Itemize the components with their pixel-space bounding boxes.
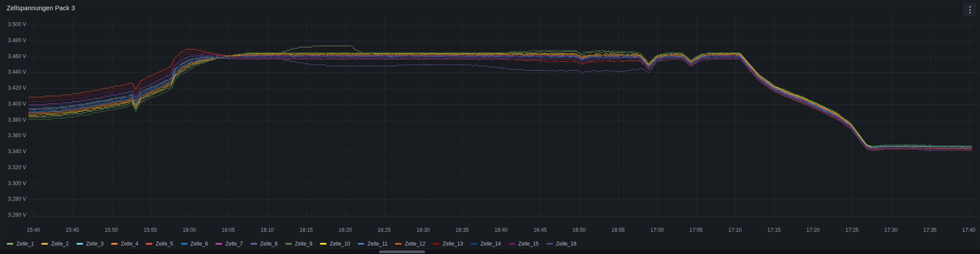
x-axis-label: 17:05 <box>682 226 710 234</box>
x-axis-label: 15:40 <box>19 226 48 234</box>
legend-color-swatch <box>215 243 222 245</box>
x-axis-label: 17:15 <box>760 226 788 234</box>
x-axis-label: 16:25 <box>370 226 398 234</box>
legend-label: Zelle_7 <box>225 241 243 247</box>
x-axis-label: 16:30 <box>409 226 438 234</box>
legend-label: Zelle_10 <box>330 241 350 247</box>
legend-label: Zelle_9 <box>295 241 312 247</box>
legend-color-swatch <box>470 243 477 245</box>
legend-item-zelle_9[interactable]: Zelle_9 <box>285 241 312 247</box>
y-axis-label: 3.400 V <box>3 100 26 107</box>
y-axis-label: 3.440 V <box>3 68 26 75</box>
grafana-dashboard-page: { "panel": { "title": "Zellspannungen Pa… <box>0 0 980 254</box>
legend-color-swatch <box>146 243 152 245</box>
legend-label: Zelle_13 <box>442 241 463 247</box>
legend-item-zelle_4[interactable]: Zelle_4 <box>111 241 138 247</box>
x-axis-label: 16:45 <box>526 226 554 234</box>
panel-menu-button[interactable] <box>963 3 976 16</box>
legend-item-zelle_13[interactable]: Zelle_13 <box>433 241 463 247</box>
legend-color-swatch <box>285 243 292 245</box>
y-axis-label: 3.360 V <box>3 132 26 139</box>
y-axis-label: 3.460 V <box>3 53 26 60</box>
y-axis-label: 3.420 V <box>3 84 26 91</box>
legend-label: Zelle_12 <box>405 241 425 247</box>
x-axis-label: 16:15 <box>292 226 320 234</box>
legend-item-zelle_16[interactable]: Zelle_16 <box>546 241 577 247</box>
legend-label: Zelle_11 <box>367 241 387 247</box>
legend-color-swatch <box>395 243 402 245</box>
legend-color-swatch <box>433 243 439 245</box>
legend-color-swatch <box>509 243 515 245</box>
y-axis-label: 3.260 V <box>3 211 26 218</box>
legend-item-zelle_11[interactable]: Zelle_11 <box>358 241 387 247</box>
legend-color-swatch <box>358 243 364 245</box>
panel-title[interactable]: Zellspannungen Pack 3 <box>7 4 75 12</box>
legend-item-zelle_1[interactable]: Zelle_1 <box>7 241 34 247</box>
legend-color-swatch <box>181 243 187 245</box>
legend-color-swatch <box>320 243 327 245</box>
y-axis-label: 3.280 V <box>3 195 26 202</box>
x-axis-label: 16:50 <box>565 226 594 234</box>
y-axis-label: 3.480 V <box>3 37 26 44</box>
legend-color-swatch <box>251 243 257 245</box>
y-axis-label: 3.340 V <box>3 148 26 155</box>
horizontal-scrollbar-thumb[interactable] <box>379 250 425 253</box>
legend-label: Zelle_16 <box>556 241 577 247</box>
kebab-menu-icon <box>969 12 971 13</box>
legend-color-swatch <box>76 243 83 245</box>
legend-label: Zelle_5 <box>155 241 173 247</box>
legend-color-swatch <box>41 243 48 245</box>
legend-item-zelle_14[interactable]: Zelle_14 <box>470 241 501 247</box>
x-axis-label: 16:55 <box>604 226 632 234</box>
legend-label: Zelle_6 <box>191 241 208 247</box>
legend-label: Zelle_2 <box>51 241 68 247</box>
legend: Zelle_1Zelle_2Zelle_3Zelle_4Zelle_5Zelle… <box>7 239 584 248</box>
x-axis-label: 15:45 <box>58 226 87 234</box>
legend-label: Zelle_1 <box>16 241 34 247</box>
legend-item-zelle_2[interactable]: Zelle_2 <box>41 241 68 247</box>
legend-label: Zelle_8 <box>260 241 278 247</box>
timeseries-panel: Zellspannungen Pack 3 3.500 V3.480 V3.46… <box>0 0 980 249</box>
x-axis-label: 17:30 <box>877 226 905 234</box>
y-axis-label: 3.380 V <box>3 116 26 123</box>
kebab-menu-icon <box>969 6 971 8</box>
legend-label: Zelle_14 <box>480 241 501 247</box>
x-axis-label: 16:05 <box>214 226 243 234</box>
legend-label: Zelle_15 <box>518 241 539 247</box>
legend-item-zelle_6[interactable]: Zelle_6 <box>181 241 208 247</box>
x-axis-label: 17:20 <box>799 226 827 234</box>
legend-label: Zelle_4 <box>121 241 138 247</box>
legend-item-zelle_12[interactable]: Zelle_12 <box>395 241 425 247</box>
legend-item-zelle_7[interactable]: Zelle_7 <box>215 241 243 247</box>
x-axis-label: 16:10 <box>253 226 282 234</box>
x-axis-label: 16:20 <box>331 226 359 234</box>
x-axis-label: 17:35 <box>916 226 944 234</box>
x-axis-label: 17:25 <box>838 226 866 234</box>
y-axis-label: 3.320 V <box>3 164 26 171</box>
legend-item-zelle_3[interactable]: Zelle_3 <box>76 241 104 247</box>
y-axis-label: 3.300 V <box>3 180 26 187</box>
legend-item-zelle_10[interactable]: Zelle_10 <box>320 241 350 247</box>
x-axis-label: 16:35 <box>448 226 476 234</box>
x-axis-label: 15:50 <box>97 226 126 234</box>
legend-label: Zelle_3 <box>86 241 104 247</box>
kebab-menu-icon <box>969 9 971 11</box>
x-axis-label: 16:00 <box>175 226 203 234</box>
legend-color-swatch <box>111 243 118 245</box>
legend-item-zelle_8[interactable]: Zelle_8 <box>251 241 278 247</box>
y-axis-label: 3.500 V <box>3 21 26 28</box>
x-axis-label: 17:00 <box>643 226 671 234</box>
x-axis-label: 17:40 <box>955 226 980 234</box>
x-axis-label: 16:40 <box>487 226 515 234</box>
x-axis-label: 17:10 <box>721 226 749 234</box>
chart-plot-area[interactable] <box>28 15 979 218</box>
legend-color-swatch <box>546 243 553 245</box>
x-axis-label: 15:55 <box>136 226 164 234</box>
legend-item-zelle_5[interactable]: Zelle_5 <box>146 241 173 247</box>
panel-header: Zellspannungen Pack 3 <box>1 1 979 15</box>
legend-color-swatch <box>7 243 13 245</box>
legend-item-zelle_15[interactable]: Zelle_15 <box>509 241 539 247</box>
